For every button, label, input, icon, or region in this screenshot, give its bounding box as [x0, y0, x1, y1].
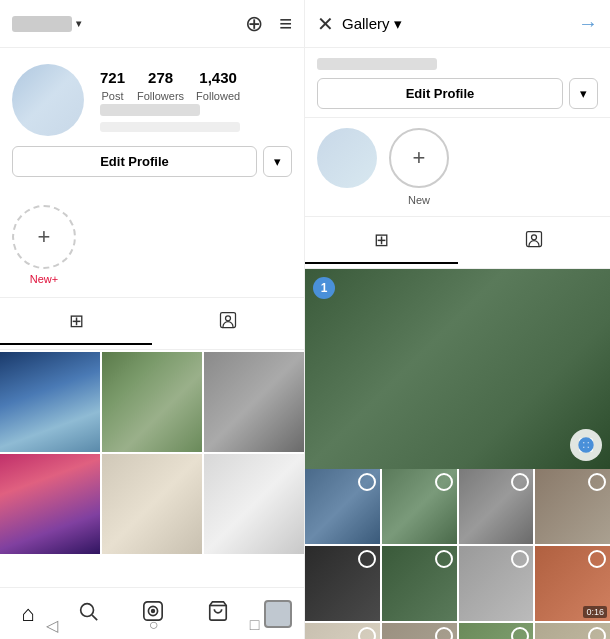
new-story-button-right[interactable]: + — [389, 128, 449, 188]
gallery-cell[interactable] — [459, 623, 534, 640]
posts-count: 721 — [100, 69, 125, 86]
gallery-select-circle — [588, 550, 606, 568]
profile-bio-blur — [100, 122, 240, 132]
home-nav-button-left[interactable]: ○ — [149, 616, 159, 634]
gallery-select-circle — [511, 627, 529, 640]
tab-tag-right[interactable] — [458, 221, 611, 264]
photo-grid-left — [0, 350, 304, 556]
svg-point-11 — [579, 438, 593, 452]
edit-profile-button-left[interactable]: Edit Profile — [12, 146, 257, 177]
menu-icon[interactable]: ≡ — [279, 13, 292, 35]
tab-grid-right[interactable]: ⊞ — [305, 221, 458, 264]
gallery-cell[interactable] — [459, 469, 534, 544]
photo-cell[interactable] — [102, 352, 202, 452]
gallery-select-circle — [588, 473, 606, 491]
gallery-cell[interactable] — [382, 546, 457, 621]
new-story-container-right: + New — [389, 128, 449, 206]
tabs-row-right: ⊞ — [305, 217, 610, 269]
new-story-label-right: New — [408, 194, 430, 206]
new-story-button[interactable]: + — [12, 205, 76, 269]
photo-cell[interactable] — [0, 454, 100, 554]
gallery-main-image — [305, 269, 610, 469]
story-area-right: + New — [305, 118, 610, 217]
story-avatar — [317, 128, 377, 188]
profile-name-blur-right — [317, 58, 437, 70]
following-label: Followed — [196, 90, 240, 102]
gallery-select-circle — [511, 550, 529, 568]
svg-point-1 — [226, 316, 231, 321]
close-icon[interactable]: ✕ — [317, 12, 334, 36]
story-area-left: + New+ — [0, 197, 304, 297]
gallery-select-circle — [358, 627, 376, 640]
gallery-select-circle — [435, 550, 453, 568]
right-panel: ✕ Gallery ▾ → Edit Profile ▾ + New ⊞ — [305, 0, 610, 639]
stats-row: 721 Post 278 Followers 1,430 Followed — [100, 69, 240, 104]
svg-rect-13 — [587, 441, 590, 444]
back-nav-button-left[interactable]: ◁ — [46, 616, 58, 635]
account-selector[interactable]: ▾ — [12, 16, 81, 32]
tabs-row-left: ⊞ — [0, 297, 304, 350]
left-panel: ▾ ⊕ ≡ 721 Post 278 Followers — [0, 0, 305, 639]
profile-name-blur — [100, 104, 200, 116]
gallery-label: Gallery — [342, 15, 390, 32]
edit-profile-dropdown-right[interactable]: ▾ — [569, 78, 598, 109]
story-avatar-container — [317, 128, 377, 206]
posts-stat: 721 Post — [100, 69, 125, 104]
system-nav-left: ◁ ○ □ — [0, 611, 305, 639]
chevron-down-icon: ▾ — [76, 18, 81, 29]
photo-cell[interactable] — [204, 352, 304, 452]
svg-rect-12 — [582, 441, 585, 444]
gallery-select-circle — [511, 473, 529, 491]
video-duration-label: 0:16 — [583, 606, 607, 618]
recents-nav-button-left[interactable]: □ — [250, 616, 260, 634]
avatar — [12, 64, 84, 136]
gallery-grid: 0:16 — [305, 469, 610, 639]
followers-label: Followers — [137, 90, 184, 102]
gallery-cell[interactable] — [535, 469, 610, 544]
next-arrow-icon[interactable]: → — [578, 12, 598, 35]
edit-profile-button-right[interactable]: Edit Profile — [317, 78, 563, 109]
tab-tag-left[interactable] — [152, 302, 304, 345]
add-post-icon[interactable]: ⊕ — [245, 13, 263, 35]
following-count: 1,430 — [196, 69, 240, 86]
gallery-cell[interactable]: 0:16 — [535, 546, 610, 621]
posts-label: Post — [102, 90, 124, 102]
followers-count: 278 — [137, 69, 184, 86]
following-stat[interactable]: 1,430 Followed — [196, 69, 240, 104]
gallery-cell[interactable] — [535, 623, 610, 640]
followers-stat[interactable]: 278 Followers — [137, 69, 184, 104]
gallery-cell[interactable] — [305, 623, 380, 640]
photo-cell[interactable] — [0, 352, 100, 452]
gallery-selector[interactable]: Gallery ▾ — [342, 15, 402, 33]
gallery-chevron-icon: ▾ — [394, 15, 402, 33]
gallery-select-circle — [588, 627, 606, 640]
profile-section-right: Edit Profile ▾ — [305, 48, 610, 118]
select-badge: 1 — [313, 277, 335, 299]
stats-area: 721 Post 278 Followers 1,430 Followed — [100, 69, 240, 132]
gallery-cell[interactable] — [382, 469, 457, 544]
svg-rect-15 — [587, 446, 590, 449]
gallery-cell[interactable] — [382, 623, 457, 640]
new-story-label: New+ — [30, 273, 58, 285]
profile-section-left: 721 Post 278 Followers 1,430 Followed — [0, 48, 304, 197]
photo-cell[interactable] — [102, 454, 202, 554]
gallery-select-circle — [435, 473, 453, 491]
gallery-picker-main: 1 — [305, 269, 610, 469]
top-bar-left: ▾ ⊕ ≡ — [0, 0, 304, 48]
gallery-cell[interactable] — [305, 546, 380, 621]
profile-row: 721 Post 278 Followers 1,430 Followed — [12, 64, 292, 136]
svg-rect-14 — [582, 446, 585, 449]
gallery-select-circle — [358, 473, 376, 491]
edit-profile-dropdown-left[interactable]: ▾ — [263, 146, 292, 177]
top-bar-right: ✕ Gallery ▾ → — [305, 0, 610, 48]
photo-cell[interactable] — [204, 454, 304, 554]
top-bar-icons: ⊕ ≡ — [245, 13, 292, 35]
edit-profile-row-left: Edit Profile ▾ — [12, 146, 292, 177]
gallery-cell[interactable] — [305, 469, 380, 544]
gallery-select-circle — [435, 627, 453, 640]
gallery-cell[interactable] — [459, 546, 534, 621]
multi-select-button[interactable] — [570, 429, 602, 461]
edit-profile-row-right: Edit Profile ▾ — [317, 78, 598, 109]
svg-point-9 — [531, 235, 536, 240]
tab-grid-left[interactable]: ⊞ — [0, 302, 152, 345]
